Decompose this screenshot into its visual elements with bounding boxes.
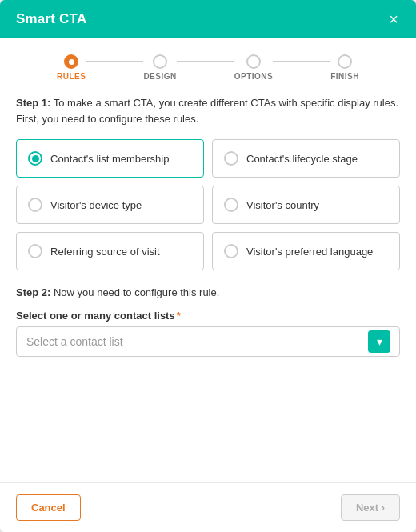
smart-cta-modal: Smart CTA × RULES DESIGN OPTIONS FINI <box>0 0 416 532</box>
step-design: DESIGN <box>143 54 176 81</box>
rule-options-grid: Contact's list membership Contact's life… <box>16 139 400 270</box>
step1-text: To make a smart CTA, you create differen… <box>16 97 398 125</box>
rule-option-contact-list[interactable]: Contact's list membership <box>16 139 204 178</box>
step1-description: Step 1: To make a smart CTA, you create … <box>16 95 400 126</box>
rule-label-preferred-language: Visitor's preferred language <box>246 246 373 258</box>
close-button[interactable]: × <box>387 11 400 27</box>
rule-label-lifecycle-stage: Contact's lifecycle stage <box>246 153 358 165</box>
contact-list-select-wrapper: Select a contact list ▾ <box>16 326 400 357</box>
rule-option-preferred-language[interactable]: Visitor's preferred language <box>212 232 400 270</box>
contact-list-select[interactable]: Select a contact list <box>16 326 400 357</box>
radio-inner-contact-list <box>32 155 39 162</box>
modal-title: Smart CTA <box>16 11 86 27</box>
contact-list-label-text: Select one or many contact lists <box>16 310 175 322</box>
rule-label-device-type: Visitor's device type <box>50 199 142 211</box>
steps-bar: RULES DESIGN OPTIONS FINISH <box>16 54 400 81</box>
step-label-rules: RULES <box>57 72 86 81</box>
modal-body: RULES DESIGN OPTIONS FINISH Step 1: To m… <box>0 38 416 482</box>
cancel-button[interactable]: Cancel <box>16 494 81 521</box>
step-label-finish: FINISH <box>330 72 359 81</box>
step-finish: FINISH <box>330 54 359 81</box>
radio-country <box>224 198 238 212</box>
radio-referring-source <box>28 244 42 258</box>
step-label-design: DESIGN <box>143 72 176 81</box>
modal-header: Smart CTA × <box>0 0 416 38</box>
radio-preferred-language <box>224 244 238 258</box>
step-circle-design <box>153 54 167 69</box>
step-circle-rules <box>64 54 78 69</box>
rule-option-lifecycle-stage[interactable]: Contact's lifecycle stage <box>212 139 400 178</box>
required-marker: * <box>177 310 181 322</box>
rule-label-contact-list: Contact's list membership <box>50 153 169 165</box>
step-label-options: OPTIONS <box>234 72 274 81</box>
step-circle-finish <box>338 54 352 69</box>
contact-list-field-label: Select one or many contact lists* <box>16 310 400 322</box>
step-connector-3 <box>273 61 330 62</box>
rule-option-device-type[interactable]: Visitor's device type <box>16 186 204 224</box>
step-options: OPTIONS <box>234 54 274 81</box>
next-button[interactable]: Next › <box>341 494 400 521</box>
step-circle-options <box>246 54 261 69</box>
step1-prefix: Step 1: <box>16 97 50 109</box>
step2-prefix: Step 2: <box>16 286 50 298</box>
step-connector-1 <box>86 61 143 62</box>
rule-option-country[interactable]: Visitor's country <box>212 186 400 224</box>
rule-label-referring-source: Referring source of visit <box>50 246 160 258</box>
radio-lifecycle-stage <box>224 151 238 166</box>
step2-description: Step 2: Now you need to configure this r… <box>16 286 400 298</box>
radio-contact-list <box>28 151 42 166</box>
rule-label-country: Visitor's country <box>246 199 319 211</box>
step-connector-2 <box>177 61 234 62</box>
modal-footer: Cancel Next › <box>0 482 416 532</box>
step-rules: RULES <box>57 54 86 81</box>
step2-text: Now you need to configure this rule. <box>50 286 219 298</box>
radio-device-type <box>28 198 42 212</box>
rule-option-referring-source[interactable]: Referring source of visit <box>16 232 204 270</box>
